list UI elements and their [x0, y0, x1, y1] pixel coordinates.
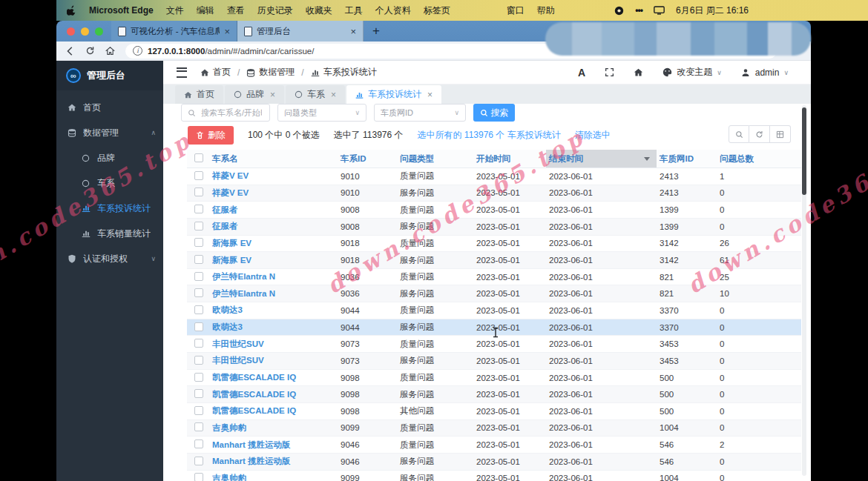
table-row[interactable]: 伊兰特Elantra N9036服务问题2023-05-012023-06-01…	[187, 285, 801, 302]
select-all-link[interactable]: 选中所有的 113976 个 车系投诉统计	[418, 129, 561, 142]
table-row[interactable]: 新海豚 EV9018质量问题2023-05-012023-06-01314226	[187, 236, 801, 253]
page-tab[interactable]: 车系投诉统计×	[346, 85, 441, 104]
new-tab-button[interactable]: +	[372, 24, 380, 39]
user-menu[interactable]: admin ∨	[741, 67, 789, 78]
series-name-link[interactable]: 新海豚 EV	[209, 238, 338, 249]
row-checkbox[interactable]	[194, 406, 203, 415]
series-name-link[interactable]: 新海豚 EV	[209, 255, 338, 266]
font-size-tool[interactable]: A	[578, 67, 585, 79]
table-row[interactable]: Manhart 揽胜运动版9046质量问题2023-05-012023-06-0…	[187, 437, 801, 454]
menubar-item[interactable]: 查看	[227, 4, 245, 17]
zoom-window-button[interactable]	[95, 27, 103, 36]
hamburger-icon[interactable]	[177, 67, 187, 78]
series-name-link[interactable]: 凯雷德ESCALADE IQ	[209, 372, 338, 383]
row-checkbox[interactable]	[194, 339, 203, 348]
home-icon[interactable]	[634, 67, 643, 77]
sidebar-item[interactable]: 车系销量统计	[56, 221, 163, 246]
row-checkbox[interactable]	[194, 356, 203, 365]
series-name-link[interactable]: Manhart 揽胜运动版	[209, 439, 338, 451]
row-checkbox[interactable]	[194, 188, 203, 196]
breadcrumb-item[interactable]: 数据管理	[246, 66, 295, 79]
table-row[interactable]: 凯雷德ESCALADE IQ9098服务问题2023-05-012023-06-…	[187, 386, 801, 403]
table-row[interactable]: 祥菱V EV9010服务问题2023-05-012023-06-0124130	[187, 185, 801, 202]
menubar-app-name[interactable]: Microsoft Edge	[89, 5, 154, 16]
more-menu-icon[interactable]: •••	[635, 5, 642, 16]
table-row[interactable]: 吉奥帅豹9099质量问题2023-05-012023-06-0110040	[187, 420, 801, 437]
row-checkbox[interactable]	[194, 389, 203, 398]
issue-type-select[interactable]: 问题类型 ∨	[277, 104, 366, 122]
breadcrumb-item[interactable]: 车系投诉统计	[311, 66, 377, 79]
page-tab[interactable]: 首页	[175, 85, 223, 104]
table-row[interactable]: 征服者9008服务问题2023-05-012023-06-0113990	[187, 219, 801, 236]
table-row[interactable]: 伊兰特Elantra N9036质量问题2023-05-012023-06-01…	[187, 269, 801, 286]
search-input[interactable]	[200, 107, 263, 118]
apple-icon[interactable]	[67, 5, 76, 16]
menubar-clock[interactable]: 6月6日 周二 16:16	[676, 4, 749, 17]
row-checkbox[interactable]	[194, 272, 203, 281]
menubar-item[interactable]: 历史记录	[257, 4, 293, 17]
series-name-link[interactable]: 凯雷德ESCALADE IQ	[209, 405, 338, 417]
series-name-link[interactable]: 欧萌达3	[209, 305, 338, 316]
refresh-icon[interactable]	[85, 46, 96, 56]
series-name-link[interactable]: 吉奥帅豹	[209, 422, 338, 434]
column-header[interactable]: 问题总数	[717, 153, 800, 165]
fullscreen-icon[interactable]	[605, 67, 614, 77]
browser-tab[interactable]: 管理后台×	[237, 21, 364, 42]
series-name-link[interactable]: 丰田世纪SUV	[209, 355, 338, 366]
delete-button[interactable]: 删除	[188, 126, 234, 145]
row-checkbox[interactable]	[194, 305, 203, 314]
row-checkbox[interactable]	[194, 373, 203, 382]
display-icon[interactable]	[654, 6, 665, 15]
menubar-item[interactable]: 工具	[345, 4, 363, 17]
row-checkbox[interactable]	[194, 171, 203, 180]
brand[interactable]: ∞ 管理后台	[56, 61, 163, 90]
search-field[interactable]	[181, 104, 270, 122]
row-checkbox[interactable]	[194, 238, 203, 247]
row-checkbox[interactable]	[194, 422, 203, 431]
row-checkbox[interactable]	[194, 457, 203, 465]
table-row[interactable]: 征服者9008质量问题2023-05-012023-06-0113990	[187, 202, 801, 219]
table-row[interactable]: 丰田世纪SUV9073服务问题2023-05-012023-06-0134530	[187, 353, 801, 370]
menubar-item[interactable]: 收藏夹	[306, 4, 332, 17]
menubar-item[interactable]: 文件	[166, 4, 184, 17]
row-checkbox[interactable]	[194, 288, 203, 297]
clear-selection-link[interactable]: 清除选中	[575, 129, 611, 142]
browser-tab[interactable]: 可视化分析 - 汽车信息爬取与可×	[111, 21, 237, 42]
series-name-link[interactable]: 凯雷德ESCALADE IQ	[209, 389, 338, 400]
sidebar-item[interactable]: 车系	[56, 170, 163, 196]
minimize-window-button[interactable]	[81, 27, 89, 36]
page-tab[interactable]: 车系×	[286, 85, 345, 104]
sidebar-item[interactable]: 车系投诉统计	[56, 196, 163, 221]
table-row[interactable]: 祥菱V EV9010质量问题2023-05-012023-06-0124131	[187, 168, 801, 185]
series-name-link[interactable]: 欧萌达3	[209, 322, 338, 333]
back-icon[interactable]	[65, 46, 76, 56]
column-header[interactable]: 问题类型	[397, 153, 473, 165]
series-name-link[interactable]: 祥菱V EV	[209, 170, 338, 182]
row-checkbox[interactable]	[194, 222, 203, 230]
select-all-checkbox[interactable]	[194, 153, 203, 162]
menubar-item[interactable]: 标签页	[424, 4, 450, 17]
table-row[interactable]: 凯雷德ESCALADE IQ9098其他问题2023-05-012023-06-…	[187, 403, 801, 420]
series-name-link[interactable]: 伊兰特Elantra N	[209, 271, 338, 282]
close-icon[interactable]: ×	[270, 90, 275, 100]
sidebar-item[interactable]: 首页	[56, 95, 163, 120]
series-name-link[interactable]: 丰田世纪SUV	[209, 339, 338, 350]
table-row[interactable]: 新海豚 EV9018服务问题2023-05-012023-06-01314261	[187, 252, 801, 269]
series-name-link[interactable]: Manhart 揽胜运动版	[209, 456, 338, 467]
series-name-link[interactable]: 征服者	[209, 221, 338, 232]
row-checkbox[interactable]	[194, 322, 203, 331]
column-header[interactable]: 结束时间	[546, 150, 657, 167]
series-name-link[interactable]: 吉奥帅豹	[209, 473, 338, 481]
table-columns-button[interactable]	[770, 125, 791, 143]
table-row[interactable]: Manhart 揽胜运动版9046服务问题2023-05-012023-06-0…	[187, 454, 801, 471]
close-icon[interactable]: ×	[427, 90, 433, 100]
sidebar-item[interactable]: 品牌	[56, 145, 163, 170]
table-refresh-button[interactable]	[749, 125, 770, 143]
scrollbar-thumb[interactable]	[802, 107, 806, 195]
column-header[interactable]: 车系ID	[338, 153, 397, 165]
series-name-link[interactable]: 征服者	[209, 205, 338, 216]
close-window-button[interactable]	[67, 27, 75, 36]
search-button[interactable]: 搜索	[473, 104, 515, 122]
sidebar-item[interactable]: 数据管理∧	[56, 120, 163, 145]
column-header[interactable]: 开始时间	[473, 153, 546, 165]
